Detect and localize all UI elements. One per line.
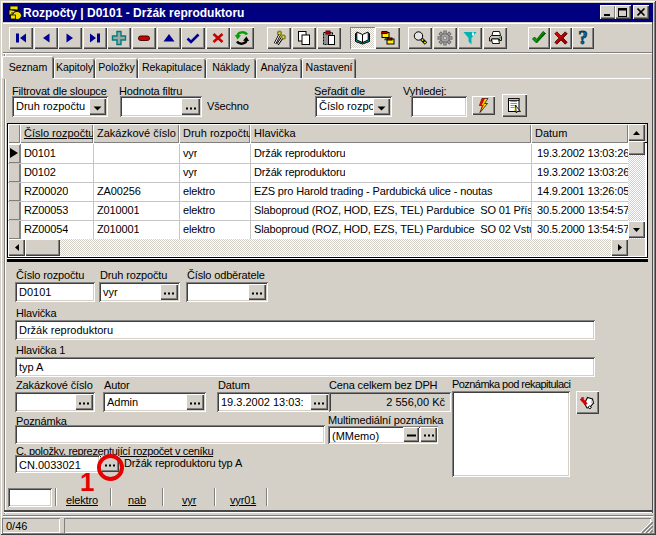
svg-text:?: ?: [578, 30, 588, 46]
